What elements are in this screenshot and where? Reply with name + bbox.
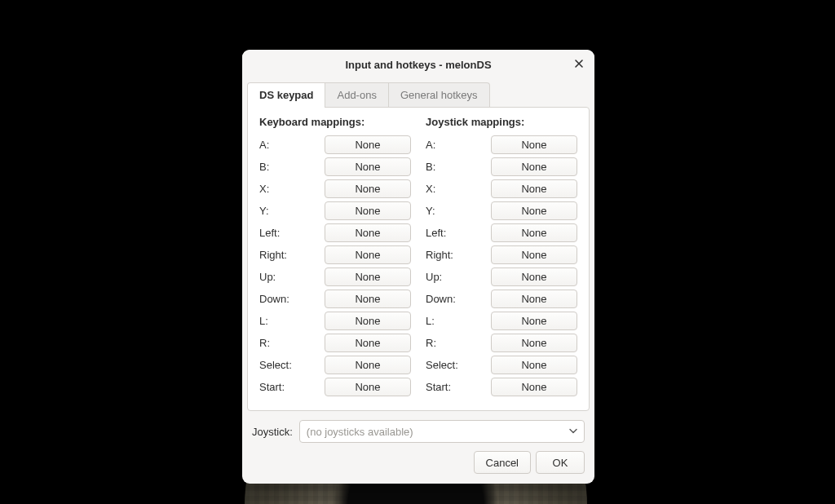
joy-key-label: R: [426,337,491,349]
joy-key-label: Start: [426,381,491,393]
joy-bind-button[interactable]: None [491,201,577,220]
kb-bind-button[interactable]: None [325,378,411,396]
joy-row: Left:None [426,223,577,242]
joy-row: Start:None [426,377,577,396]
window-title: Input and hotkeys - melonDS [345,59,491,71]
kb-key-label: Y: [259,205,325,217]
chevron-down-icon [569,426,577,438]
kb-bind-button[interactable]: None [325,267,411,286]
kb-row: Y:None [259,201,411,220]
joy-bind-button[interactable]: None [491,378,577,396]
joy-key-label: Down: [426,293,491,305]
joy-key-label: X: [426,183,491,195]
joy-bind-button[interactable]: None [491,245,577,264]
keyboard-mappings-title: Keyboard mappings: [259,116,411,128]
kb-bind-button[interactable]: None [325,223,411,242]
joy-key-label: Select: [426,359,491,371]
kb-row: L:None [259,311,411,330]
joy-bind-button[interactable]: None [491,135,577,154]
joy-row: Up:None [426,267,577,286]
joy-key-label: Right: [426,249,491,261]
joy-row: B:None [426,157,577,176]
kb-row: R:None [259,333,411,352]
joystick-combobox-value: (no joysticks available) [307,426,413,438]
joy-key-label: Y: [426,205,491,217]
kb-key-label: Right: [259,249,325,261]
joy-bind-button[interactable]: None [491,290,577,308]
joy-bind-button[interactable]: None [491,334,577,352]
joystick-mappings-column: Joystick mappings: A:NoneB:NoneX:NoneY:N… [426,116,577,399]
kb-row: Up:None [259,267,411,286]
joy-row: Right:None [426,245,577,264]
joy-row: X:None [426,179,577,198]
joy-key-label: Up: [426,271,491,283]
kb-key-label: A: [259,139,325,151]
kb-bind-button[interactable]: None [325,179,411,198]
tab-add-ons[interactable]: Add-ons [325,82,388,108]
kb-bind-button[interactable]: None [325,157,411,176]
ok-button[interactable]: OK [536,451,585,474]
kb-bind-button[interactable]: None [325,201,411,220]
kb-key-label: L: [259,315,325,327]
kb-key-label: B: [259,161,325,173]
tab-bar: DS keypad Add-ons General hotkeys [242,79,594,108]
kb-row: Right:None [259,245,411,264]
kb-row: Left:None [259,223,411,242]
kb-bind-button[interactable]: None [325,334,411,352]
tabpage-ds-keypad: Keyboard mappings: A:NoneB:NoneX:NoneY:N… [247,107,590,411]
joystick-combobox[interactable]: (no joysticks available) [299,420,585,443]
close-button[interactable] [568,54,590,75]
tab-general-hotkeys[interactable]: General hotkeys [388,82,490,108]
joy-bind-button[interactable]: None [491,356,577,374]
joy-key-label: Left: [426,227,491,239]
joystick-selector-row: Joystick: (no joysticks available) [242,412,594,443]
input-hotkeys-dialog: Input and hotkeys - melonDS DS keypad Ad… [242,50,594,484]
kb-key-label: Left: [259,227,325,239]
mappings-grid: Keyboard mappings: A:NoneB:NoneX:NoneY:N… [259,116,577,399]
kb-bind-button[interactable]: None [325,135,411,154]
kb-key-label: R: [259,337,325,349]
joystick-mappings-title: Joystick mappings: [426,116,577,128]
joy-key-label: L: [426,315,491,327]
joy-row: L:None [426,311,577,330]
dialog-button-bar: Cancel OK [242,443,594,484]
joy-bind-button[interactable]: None [491,157,577,176]
kb-bind-button[interactable]: None [325,356,411,374]
close-icon [574,59,584,71]
joy-bind-button[interactable]: None [491,223,577,242]
kb-bind-button[interactable]: None [325,312,411,330]
kb-key-label: Down: [259,293,325,305]
joy-row: Y:None [426,201,577,220]
joy-key-label: B: [426,161,491,173]
joy-bind-button[interactable]: None [491,267,577,286]
kb-row: B:None [259,157,411,176]
kb-row: A:None [259,135,411,154]
keyboard-mappings-column: Keyboard mappings: A:NoneB:NoneX:NoneY:N… [259,116,411,399]
joy-row: Select:None [426,355,577,374]
cancel-button[interactable]: Cancel [474,451,531,474]
kb-key-label: Start: [259,381,325,393]
kb-row: X:None [259,179,411,198]
kb-row: Select:None [259,355,411,374]
kb-bind-button[interactable]: None [325,245,411,264]
joy-bind-button[interactable]: None [491,179,577,198]
titlebar[interactable]: Input and hotkeys - melonDS [242,50,594,79]
tab-ds-keypad[interactable]: DS keypad [247,82,325,108]
kb-bind-button[interactable]: None [325,290,411,308]
joy-row: A:None [426,135,577,154]
kb-key-label: X: [259,183,325,195]
joy-key-label: A: [426,139,491,151]
joy-row: R:None [426,333,577,352]
joy-row: Down:None [426,289,577,308]
kb-key-label: Up: [259,271,325,283]
joy-bind-button[interactable]: None [491,312,577,330]
joystick-selector-label: Joystick: [252,426,293,438]
kb-row: Start:None [259,377,411,396]
kb-row: Down:None [259,289,411,308]
kb-key-label: Select: [259,359,325,371]
